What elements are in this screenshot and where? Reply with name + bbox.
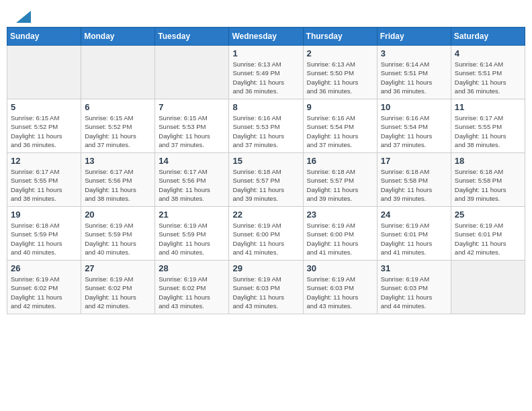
day-info: Sunrise: 6:19 AM Sunset: 6:03 PM Dayligh… xyxy=(232,275,299,310)
calendar-cell: 23Sunrise: 6:19 AM Sunset: 6:00 PM Dayli… xyxy=(303,207,377,261)
day-number: 30 xyxy=(307,263,373,273)
calendar-cell: 5Sunrise: 6:15 AM Sunset: 5:52 PM Daylig… xyxy=(7,99,81,153)
day-number: 6 xyxy=(85,102,151,112)
day-number: 12 xyxy=(11,156,77,166)
day-number: 27 xyxy=(85,263,151,273)
day-info: Sunrise: 6:19 AM Sunset: 5:59 PM Dayligh… xyxy=(159,221,225,257)
day-info: Sunrise: 6:13 AM Sunset: 5:49 PM Dayligh… xyxy=(232,60,299,95)
day-number: 14 xyxy=(159,156,225,166)
calendar-table: SundayMondayTuesdayWednesdayThursdayFrid… xyxy=(7,27,525,314)
day-number: 31 xyxy=(381,263,447,273)
day-info: Sunrise: 6:15 AM Sunset: 5:53 PM Dayligh… xyxy=(159,113,225,149)
calendar-cell: 10Sunrise: 6:16 AM Sunset: 5:54 PM Dayli… xyxy=(377,99,451,153)
calendar-cell: 9Sunrise: 6:16 AM Sunset: 5:54 PM Daylig… xyxy=(303,99,377,153)
day-number: 8 xyxy=(232,102,299,112)
day-info: Sunrise: 6:19 AM Sunset: 6:02 PM Dayligh… xyxy=(85,275,151,310)
calendar-cell: 1Sunrise: 6:13 AM Sunset: 5:49 PM Daylig… xyxy=(229,46,303,99)
calendar-cell xyxy=(451,261,525,314)
day-number: 28 xyxy=(159,263,225,273)
weekday-header-saturday: Saturday xyxy=(451,28,525,46)
weekday-header-thursday: Thursday xyxy=(303,28,377,46)
page-header xyxy=(0,0,532,27)
calendar-cell: 31Sunrise: 6:19 AM Sunset: 6:03 PM Dayli… xyxy=(377,261,451,314)
day-number: 7 xyxy=(159,102,225,112)
calendar-cell: 14Sunrise: 6:17 AM Sunset: 5:56 PM Dayli… xyxy=(155,153,229,207)
day-info: Sunrise: 6:19 AM Sunset: 6:02 PM Dayligh… xyxy=(11,275,77,310)
weekday-header-wednesday: Wednesday xyxy=(229,28,303,46)
day-number: 4 xyxy=(455,48,521,58)
calendar-cell: 25Sunrise: 6:19 AM Sunset: 6:01 PM Dayli… xyxy=(451,207,525,261)
weekday-header-row: SundayMondayTuesdayWednesdayThursdayFrid… xyxy=(7,28,525,46)
day-info: Sunrise: 6:19 AM Sunset: 6:01 PM Dayligh… xyxy=(455,221,521,257)
calendar-cell: 3Sunrise: 6:14 AM Sunset: 5:51 PM Daylig… xyxy=(377,46,451,99)
day-number: 2 xyxy=(307,48,373,58)
day-number: 19 xyxy=(11,210,77,220)
day-info: Sunrise: 6:14 AM Sunset: 5:51 PM Dayligh… xyxy=(381,60,447,95)
calendar-cell: 22Sunrise: 6:19 AM Sunset: 6:00 PM Dayli… xyxy=(229,207,303,261)
weekday-header-friday: Friday xyxy=(377,28,451,46)
calendar-cell: 15Sunrise: 6:18 AM Sunset: 5:57 PM Dayli… xyxy=(229,153,303,207)
day-info: Sunrise: 6:16 AM Sunset: 5:54 PM Dayligh… xyxy=(307,113,373,149)
logo xyxy=(13,11,31,23)
calendar-week-row: 19Sunrise: 6:18 AM Sunset: 5:59 PM Dayli… xyxy=(7,207,525,261)
calendar-cell xyxy=(155,46,229,99)
calendar-cell: 19Sunrise: 6:18 AM Sunset: 5:59 PM Dayli… xyxy=(7,207,81,261)
day-number: 25 xyxy=(455,210,521,220)
day-number: 20 xyxy=(85,210,151,220)
svg-marker-0 xyxy=(16,11,31,23)
day-number: 18 xyxy=(455,156,521,166)
day-number: 16 xyxy=(307,156,373,166)
day-info: Sunrise: 6:15 AM Sunset: 5:52 PM Dayligh… xyxy=(85,113,151,149)
day-info: Sunrise: 6:17 AM Sunset: 5:55 PM Dayligh… xyxy=(455,113,521,149)
day-info: Sunrise: 6:15 AM Sunset: 5:52 PM Dayligh… xyxy=(11,113,77,149)
day-info: Sunrise: 6:19 AM Sunset: 6:03 PM Dayligh… xyxy=(381,275,447,310)
calendar-cell: 11Sunrise: 6:17 AM Sunset: 5:55 PM Dayli… xyxy=(451,99,525,153)
calendar-cell: 12Sunrise: 6:17 AM Sunset: 5:55 PM Dayli… xyxy=(7,153,81,207)
day-info: Sunrise: 6:16 AM Sunset: 5:53 PM Dayligh… xyxy=(232,113,299,149)
day-number: 29 xyxy=(232,263,299,273)
day-info: Sunrise: 6:14 AM Sunset: 5:51 PM Dayligh… xyxy=(455,60,521,95)
calendar-cell: 30Sunrise: 6:19 AM Sunset: 6:03 PM Dayli… xyxy=(303,261,377,314)
calendar-cell: 26Sunrise: 6:19 AM Sunset: 6:02 PM Dayli… xyxy=(7,261,81,314)
day-info: Sunrise: 6:18 AM Sunset: 5:58 PM Dayligh… xyxy=(455,167,521,203)
day-info: Sunrise: 6:18 AM Sunset: 5:58 PM Dayligh… xyxy=(381,167,447,203)
weekday-header-sunday: Sunday xyxy=(7,28,81,46)
day-info: Sunrise: 6:19 AM Sunset: 5:59 PM Dayligh… xyxy=(85,221,151,257)
calendar-week-row: 5Sunrise: 6:15 AM Sunset: 5:52 PM Daylig… xyxy=(7,99,525,153)
day-info: Sunrise: 6:19 AM Sunset: 6:00 PM Dayligh… xyxy=(232,221,299,257)
logo-wing-icon xyxy=(16,11,31,23)
day-number: 10 xyxy=(381,102,447,112)
weekday-header-tuesday: Tuesday xyxy=(155,28,229,46)
day-number: 24 xyxy=(381,210,447,220)
calendar-cell: 4Sunrise: 6:14 AM Sunset: 5:51 PM Daylig… xyxy=(451,46,525,99)
calendar-cell: 8Sunrise: 6:16 AM Sunset: 5:53 PM Daylig… xyxy=(229,99,303,153)
weekday-header-monday: Monday xyxy=(81,28,155,46)
calendar-cell: 2Sunrise: 6:13 AM Sunset: 5:50 PM Daylig… xyxy=(303,46,377,99)
day-info: Sunrise: 6:18 AM Sunset: 5:59 PM Dayligh… xyxy=(11,221,77,257)
day-info: Sunrise: 6:18 AM Sunset: 5:57 PM Dayligh… xyxy=(232,167,299,203)
day-info: Sunrise: 6:17 AM Sunset: 5:56 PM Dayligh… xyxy=(159,167,225,203)
day-info: Sunrise: 6:19 AM Sunset: 6:01 PM Dayligh… xyxy=(381,221,447,257)
day-number: 11 xyxy=(455,102,521,112)
day-number: 23 xyxy=(307,210,373,220)
day-number: 13 xyxy=(85,156,151,166)
day-info: Sunrise: 6:16 AM Sunset: 5:54 PM Dayligh… xyxy=(381,113,447,149)
calendar-week-row: 1Sunrise: 6:13 AM Sunset: 5:49 PM Daylig… xyxy=(7,46,525,99)
day-info: Sunrise: 6:17 AM Sunset: 5:55 PM Dayligh… xyxy=(11,167,77,203)
calendar-cell: 6Sunrise: 6:15 AM Sunset: 5:52 PM Daylig… xyxy=(81,99,155,153)
day-number: 17 xyxy=(381,156,447,166)
day-number: 5 xyxy=(11,102,77,112)
day-number: 3 xyxy=(381,48,447,58)
day-info: Sunrise: 6:13 AM Sunset: 5:50 PM Dayligh… xyxy=(307,60,373,95)
calendar-cell: 24Sunrise: 6:19 AM Sunset: 6:01 PM Dayli… xyxy=(377,207,451,261)
calendar-cell: 21Sunrise: 6:19 AM Sunset: 5:59 PM Dayli… xyxy=(155,207,229,261)
day-number: 9 xyxy=(307,102,373,112)
day-info: Sunrise: 6:17 AM Sunset: 5:56 PM Dayligh… xyxy=(85,167,151,203)
calendar-cell: 13Sunrise: 6:17 AM Sunset: 5:56 PM Dayli… xyxy=(81,153,155,207)
calendar-cell: 16Sunrise: 6:18 AM Sunset: 5:57 PM Dayli… xyxy=(303,153,377,207)
calendar-cell: 20Sunrise: 6:19 AM Sunset: 5:59 PM Dayli… xyxy=(81,207,155,261)
calendar-cell: 7Sunrise: 6:15 AM Sunset: 5:53 PM Daylig… xyxy=(155,99,229,153)
calendar-container: SundayMondayTuesdayWednesdayThursdayFrid… xyxy=(0,27,532,321)
calendar-cell: 29Sunrise: 6:19 AM Sunset: 6:03 PM Dayli… xyxy=(229,261,303,314)
day-info: Sunrise: 6:19 AM Sunset: 6:00 PM Dayligh… xyxy=(307,221,373,257)
